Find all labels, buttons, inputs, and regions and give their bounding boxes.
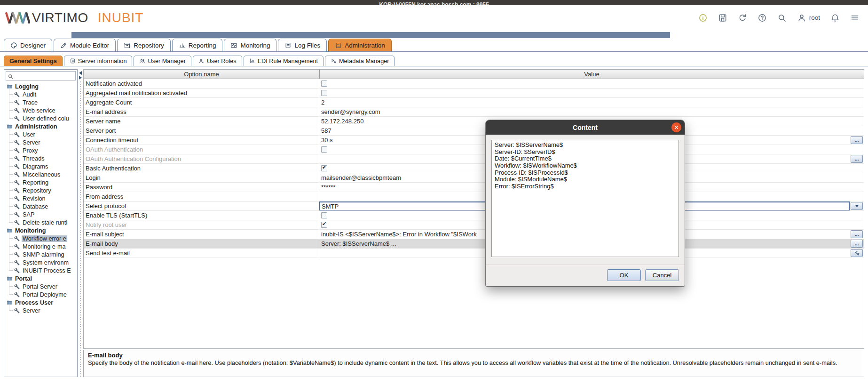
tree-item-inubit-process-e[interactable]: INUBIT Process E: [4, 266, 77, 274]
dropdown-arrow-button[interactable]: [851, 202, 863, 210]
tree-item-miscellaneous[interactable]: Miscellaneous: [4, 170, 77, 178]
checkbox[interactable]: [321, 90, 327, 96]
dialog-titlebar[interactable]: Content: [486, 120, 685, 135]
checkbox[interactable]: [321, 222, 327, 228]
table-row-aggregate-count[interactable]: Aggregate Count2: [84, 98, 864, 107]
search-icon[interactable]: [777, 13, 787, 23]
bell-icon[interactable]: [830, 13, 840, 23]
checkbox[interactable]: [321, 165, 327, 171]
table-row-basic-authentication[interactable]: Basic Authentication: [84, 164, 864, 173]
checkbox[interactable]: [321, 212, 327, 218]
tree-item-user-defined-colu[interactable]: User defined colu: [4, 114, 77, 122]
user-icon[interactable]: root: [797, 13, 820, 23]
tree-item-web-service[interactable]: Web service: [4, 106, 77, 114]
tree-item-system-environm[interactable]: System environm: [4, 258, 77, 266]
tab-module-editor[interactable]: Module Editor: [54, 39, 116, 51]
table-row-e-mail-subject[interactable]: E-mail subjectinubit-IS <$ISServerName$>…: [84, 230, 864, 239]
table-row-notification-activated[interactable]: Notification activated: [84, 79, 864, 89]
help-icon[interactable]: [758, 13, 767, 23]
dialog-textarea[interactable]: Server: $ISServerName$Server-ID: $Server…: [491, 140, 679, 257]
tree-item-sap[interactable]: SAP: [4, 210, 77, 218]
table-row-login[interactable]: Loginmailsender@classicbpmteam: [84, 173, 864, 183]
option-value[interactable]: sender@synergy.com: [319, 107, 850, 116]
menu-icon[interactable]: [850, 13, 860, 23]
table-row-oauth-authentication[interactable]: OAuth Authentication: [84, 145, 864, 154]
table-row-server-port[interactable]: Server port587: [84, 126, 864, 136]
expand-right-icon[interactable]: [79, 76, 82, 80]
tree-item-database[interactable]: Database: [4, 202, 77, 210]
save-icon[interactable]: [718, 13, 727, 23]
table-row-send-test-e-mail[interactable]: Send test e-mail: [84, 249, 864, 258]
table-row-select-protocol[interactable]: Select protocolSMTP: [84, 202, 864, 211]
ellipsis-button[interactable]: ...: [851, 155, 863, 163]
tab-user-roles[interactable]: User Roles: [193, 56, 242, 66]
value-text: ******: [321, 184, 335, 191]
table-row-oauth-authentication-configuration[interactable]: OAuth Authentication Configuration...: [84, 154, 864, 164]
tab-reporting[interactable]: Reporting: [172, 39, 223, 51]
tree-item-diagrams[interactable]: Diagrams: [4, 162, 77, 170]
info-icon[interactable]: [698, 13, 708, 23]
table-row-enable-tls-starttls[interactable]: Enable TLS (StartTLS): [84, 211, 864, 220]
close-icon[interactable]: [671, 122, 681, 132]
tab-general-settings[interactable]: General Settings: [4, 56, 63, 66]
dialog-title: Content: [573, 124, 598, 131]
table-row-from-address[interactable]: From address: [84, 192, 864, 202]
ellipsis-button[interactable]: ...: [851, 230, 863, 238]
tree-item-label: Monitoring e-ma: [22, 243, 67, 250]
table-row-e-mail-body[interactable]: E-mail bodyServer: $ISServerName$ ......: [84, 239, 864, 249]
tree-item-revision[interactable]: Revision: [4, 194, 77, 202]
tree-item-threads[interactable]: Threads: [4, 154, 77, 162]
gear-button[interactable]: [851, 249, 863, 257]
splitter-grip[interactable]: [80, 81, 81, 377]
tree-item-monitoring-e-ma[interactable]: Monitoring e-ma: [4, 242, 77, 250]
checkbox[interactable]: [321, 146, 327, 153]
row-actions: [850, 211, 864, 220]
refresh-icon[interactable]: [738, 13, 747, 23]
splitter[interactable]: [78, 69, 83, 377]
tree-item-reporting[interactable]: Reporting: [4, 178, 77, 186]
tab-metadata-manager[interactable]: Metadata Manager: [325, 56, 395, 66]
collapse-left-icon[interactable]: [79, 71, 82, 75]
tree-item-portal-server[interactable]: Portal Server: [4, 282, 77, 290]
tree-folder-logging[interactable]: Logging: [4, 82, 77, 90]
tab-designer[interactable]: Designer: [4, 39, 52, 51]
tree-folder-monitoring[interactable]: Monitoring: [4, 226, 77, 234]
option-value[interactable]: [319, 89, 850, 97]
option-value[interactable]: [319, 79, 850, 88]
tab-edi-rule-management[interactable]: EDI Rule Management: [244, 56, 324, 66]
table-row-server-name[interactable]: Server name52.172.248.250: [84, 117, 864, 126]
table-row-e-mail-address[interactable]: E-mail addresssender@synergy.com: [84, 107, 864, 117]
tree-item-delete-stale-runti[interactable]: Delete stale runti: [4, 218, 77, 226]
tree-folder-administration[interactable]: Administration: [4, 122, 77, 130]
ellipsis-button[interactable]: ...: [851, 136, 863, 144]
ok-button[interactable]: OK: [607, 269, 641, 281]
tab-log-files[interactable]: Log Files: [278, 39, 327, 51]
tree-item-workflow-error-e[interactable]: Workflow error e: [4, 234, 77, 242]
search-input[interactable]: [15, 73, 74, 79]
tree-item-user[interactable]: User: [4, 130, 77, 138]
tree-item-portal-deployme[interactable]: Portal Deployme: [4, 290, 77, 298]
tree-item-server[interactable]: Server: [4, 138, 77, 146]
tree-folder-process-user[interactable]: Process User: [4, 298, 77, 306]
tree-folder-portal[interactable]: Portal: [4, 274, 77, 282]
tab-monitoring[interactable]: Monitoring: [224, 39, 276, 51]
tab-server-information[interactable]: Server information: [64, 56, 133, 66]
tab-user-manager[interactable]: User Manager: [134, 56, 191, 66]
tree-item-proxy[interactable]: Proxy: [4, 146, 77, 154]
tree-item-snmp-alarming[interactable]: SNMP alarming: [4, 250, 77, 258]
cancel-button[interactable]: Cancel: [645, 269, 679, 281]
tab-band: [71, 32, 670, 38]
checkbox[interactable]: [321, 81, 327, 87]
table-row-notify-root-user[interactable]: Notify root user: [84, 220, 864, 230]
tab-repository[interactable]: Repository: [117, 39, 171, 51]
table-row-aggregated-mail-notification-activated[interactable]: Aggregated mail notification activated: [84, 89, 864, 98]
table-row-connection-timeout[interactable]: Connection timeout30 s...: [84, 136, 864, 145]
tab-administration[interactable]: Administration: [328, 39, 392, 51]
tree-item-trace[interactable]: Trace: [4, 98, 77, 106]
option-value[interactable]: 2: [319, 98, 850, 107]
ellipsis-button[interactable]: ...: [851, 240, 863, 248]
tree-item-repository[interactable]: Repository: [4, 186, 77, 194]
table-row-password[interactable]: Password******: [84, 183, 864, 192]
tree-item-audit[interactable]: Audit: [4, 90, 77, 98]
tree-item-server[interactable]: Server: [4, 306, 77, 314]
